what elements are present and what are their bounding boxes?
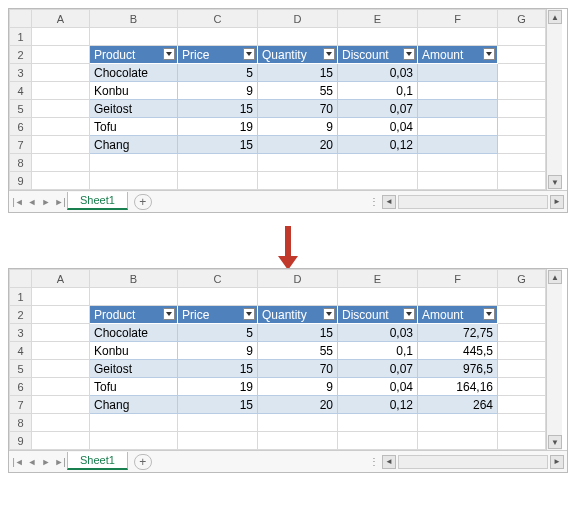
col-header[interactable]: D	[258, 270, 338, 288]
row-header[interactable]: 8	[10, 154, 32, 172]
col-header[interactable]: B	[90, 270, 178, 288]
cell[interactable]: Chocolate	[90, 64, 178, 82]
cell[interactable]: 55	[258, 82, 338, 100]
row-header[interactable]: 2	[10, 46, 32, 64]
cell[interactable]: 5	[178, 64, 258, 82]
cell[interactable]: 9	[258, 118, 338, 136]
scroll-down-icon[interactable]: ▼	[548, 435, 562, 449]
filter-dropdown-icon[interactable]	[243, 48, 255, 60]
cell[interactable]	[418, 100, 498, 118]
col-header[interactable]: F	[418, 270, 498, 288]
tab-nav-next-icon[interactable]: ►	[39, 197, 53, 207]
cell[interactable]: 0,07	[338, 100, 418, 118]
tab-nav-next-icon[interactable]: ►	[39, 457, 53, 467]
row-header[interactable]: 1	[10, 288, 32, 306]
cell[interactable]: 0,04	[338, 378, 418, 396]
add-sheet-button[interactable]: +	[134, 194, 152, 210]
cell[interactable]	[418, 118, 498, 136]
cell[interactable]: 0,1	[338, 342, 418, 360]
col-header[interactable]: E	[338, 270, 418, 288]
column-header-row[interactable]: A B C D E F G	[10, 10, 546, 28]
cell[interactable]	[418, 64, 498, 82]
tab-nav-last-icon[interactable]: ►|	[53, 197, 67, 207]
cell[interactable]: 15	[178, 396, 258, 414]
cell[interactable]: 55	[258, 342, 338, 360]
table-header-product[interactable]: Product	[90, 46, 178, 64]
cell[interactable]: Chocolate	[90, 324, 178, 342]
select-all-cell[interactable]	[10, 270, 32, 288]
cell[interactable]: 20	[258, 396, 338, 414]
row-header[interactable]: 4	[10, 82, 32, 100]
filter-dropdown-icon[interactable]	[403, 308, 415, 320]
tab-nav-prev-icon[interactable]: ◄	[25, 457, 39, 467]
row-header[interactable]: 5	[10, 360, 32, 378]
row-header[interactable]: 7	[10, 136, 32, 154]
cell[interactable]: 15	[178, 136, 258, 154]
scroll-down-icon[interactable]: ▼	[548, 175, 562, 189]
cell[interactable]: 0,1	[338, 82, 418, 100]
row-header[interactable]: 9	[10, 172, 32, 190]
col-header[interactable]: D	[258, 10, 338, 28]
cell[interactable]: 15	[258, 324, 338, 342]
cell[interactable]: 9	[178, 82, 258, 100]
tab-nav-prev-icon[interactable]: ◄	[25, 197, 39, 207]
cell[interactable]: Tofu	[90, 118, 178, 136]
sheet-tab[interactable]: Sheet1	[67, 192, 128, 210]
row-header[interactable]: 6	[10, 378, 32, 396]
row-header[interactable]: 8	[10, 414, 32, 432]
filter-dropdown-icon[interactable]	[243, 308, 255, 320]
scroll-track[interactable]	[398, 455, 548, 469]
cell[interactable]: 0,12	[338, 396, 418, 414]
cell[interactable]: 264	[418, 396, 498, 414]
cell[interactable]: 70	[258, 100, 338, 118]
cell[interactable]	[418, 136, 498, 154]
cell[interactable]: 15	[258, 64, 338, 82]
row-header[interactable]: 3	[10, 64, 32, 82]
row-header[interactable]: 6	[10, 118, 32, 136]
scroll-left-icon[interactable]: ◄	[382, 195, 396, 209]
tab-nav-first-icon[interactable]: |◄	[11, 197, 25, 207]
filter-dropdown-icon[interactable]	[483, 48, 495, 60]
scroll-track[interactable]	[547, 25, 562, 174]
table-header-discount[interactable]: Discount	[338, 306, 418, 324]
col-header[interactable]: G	[498, 270, 546, 288]
table-header-price[interactable]: Price	[178, 46, 258, 64]
table-header-product[interactable]: Product	[90, 306, 178, 324]
cell[interactable]: 5	[178, 324, 258, 342]
filter-dropdown-icon[interactable]	[163, 48, 175, 60]
table-header-price[interactable]: Price	[178, 306, 258, 324]
col-header[interactable]: E	[338, 10, 418, 28]
scroll-track[interactable]	[547, 285, 562, 434]
spreadsheet-grid-before[interactable]: A B C D E F G 1 2 Product Price Quantity…	[9, 9, 546, 190]
cell[interactable]	[418, 82, 498, 100]
cell[interactable]: 15	[178, 360, 258, 378]
spreadsheet-grid-after[interactable]: A B C D E F G 1 2 Product Price Quantity…	[9, 269, 546, 450]
table-header-quantity[interactable]: Quantity	[258, 306, 338, 324]
cell[interactable]: 72,75	[418, 324, 498, 342]
vertical-scrollbar[interactable]: ▲ ▼	[546, 9, 562, 190]
col-header[interactable]: C	[178, 10, 258, 28]
scroll-up-icon[interactable]: ▲	[548, 270, 562, 284]
cell[interactable]: 20	[258, 136, 338, 154]
tab-nav-last-icon[interactable]: ►|	[53, 457, 67, 467]
scroll-track[interactable]	[398, 195, 548, 209]
sheet-tab[interactable]: Sheet1	[67, 452, 128, 470]
cell[interactable]: 445,5	[418, 342, 498, 360]
add-sheet-button[interactable]: +	[134, 454, 152, 470]
cell[interactable]: Chang	[90, 396, 178, 414]
table-header-amount[interactable]: Amount	[418, 306, 498, 324]
split-grip-icon[interactable]: ⋮	[369, 196, 379, 207]
col-header[interactable]: A	[32, 270, 90, 288]
col-header[interactable]: B	[90, 10, 178, 28]
cell[interactable]: 0,04	[338, 118, 418, 136]
cell[interactable]: Tofu	[90, 378, 178, 396]
cell[interactable]: 70	[258, 360, 338, 378]
filter-dropdown-icon[interactable]	[323, 308, 335, 320]
split-grip-icon[interactable]: ⋮	[369, 456, 379, 467]
vertical-scrollbar[interactable]: ▲ ▼	[546, 269, 562, 450]
col-header[interactable]: G	[498, 10, 546, 28]
cell[interactable]: Konbu	[90, 82, 178, 100]
col-header[interactable]: A	[32, 10, 90, 28]
row-header[interactable]: 2	[10, 306, 32, 324]
filter-dropdown-icon[interactable]	[323, 48, 335, 60]
